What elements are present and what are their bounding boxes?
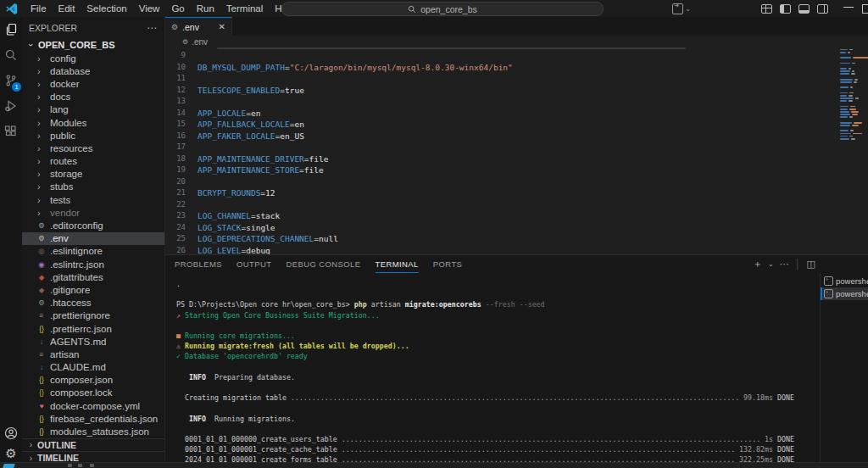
menu-run[interactable]: Run bbox=[191, 3, 220, 14]
status-item[interactable] bbox=[68, 464, 72, 467]
menu-edit[interactable]: Edit bbox=[53, 3, 81, 14]
panel-tab-debug-console[interactable]: DEBUG CONSOLE bbox=[286, 255, 360, 273]
tree-file-.eslintrc.json[interactable]: ◉.eslintrc.json bbox=[22, 258, 164, 270]
line-number: 10 bbox=[165, 62, 186, 74]
tree-file-firebase_credentials.json[interactable]: {}firebase_credentials.json bbox=[22, 412, 164, 425]
tree-file-.prettierrc.json[interactable]: {}.prettierrc.json bbox=[22, 322, 164, 335]
panel-actions: ＋ ⌄ ⋯ │ ◫ bbox=[753, 255, 815, 273]
panel-more-icon[interactable]: ⋯ bbox=[780, 259, 789, 269]
tree-folder-lang[interactable]: ›lang bbox=[22, 103, 164, 116]
editor-scroll-indicator[interactable] bbox=[217, 47, 686, 49]
file-icon-heart: ♥ bbox=[37, 402, 46, 410]
menu-view[interactable]: View bbox=[133, 3, 166, 14]
tree-file-composer.json[interactable]: {}composer.json bbox=[22, 374, 164, 387]
menu-selection[interactable]: Selection bbox=[81, 3, 132, 14]
status-item[interactable] bbox=[78, 464, 82, 467]
editor-group: ⚙ .env ✕ ⚙ .env 910DB_MYSQL_DUMP_PATH="C… bbox=[165, 17, 868, 463]
minimap[interactable] bbox=[837, 48, 867, 254]
more-actions-icon[interactable]: ⋯ bbox=[147, 22, 158, 34]
tree-item-label: modules_statuses.json bbox=[50, 426, 149, 437]
tree-file-composer.lock[interactable]: {}composer.lock bbox=[22, 387, 164, 399]
tree-folder-tests[interactable]: ›tests bbox=[22, 193, 164, 206]
menu-go[interactable]: Go bbox=[165, 3, 190, 14]
menu-terminal[interactable]: Terminal bbox=[220, 3, 269, 14]
menu-file[interactable]: File bbox=[25, 3, 53, 14]
activity-source-control-button[interactable]: 1 bbox=[0, 68, 22, 93]
account-icon[interactable] bbox=[4, 426, 18, 440]
timeline-section-header[interactable]: › TIMELINE bbox=[22, 451, 164, 463]
file-icon-gear: ⚙ bbox=[37, 298, 46, 307]
tree-folder-docker[interactable]: ›docker bbox=[22, 77, 164, 90]
terminal-list-label: powershell bbox=[836, 276, 868, 286]
file-icon-diamond: ◆ bbox=[37, 286, 46, 294]
activity-run-debug-button[interactable] bbox=[0, 93, 22, 119]
tree-folder-routes[interactable]: ›routes bbox=[22, 155, 164, 168]
toggle-secondary-sidebar-icon[interactable] bbox=[817, 4, 828, 14]
tree-file-.prettierignore[interactable]: ≡.prettierignore bbox=[22, 309, 164, 322]
toggle-sidebar-icon[interactable] bbox=[780, 4, 791, 14]
tree-item-label: firebase_credentials.json bbox=[50, 414, 158, 424]
customize-layout-icon[interactable] bbox=[761, 4, 772, 14]
tree-item-label: public bbox=[50, 131, 75, 141]
panel-tab-ports[interactable]: PORTS bbox=[433, 255, 463, 273]
panel-tab-terminal[interactable]: TERMINAL bbox=[376, 255, 419, 273]
terminal-output[interactable]: . PS D:\Projects\Open core hr\open_core_… bbox=[165, 273, 820, 463]
tree-file-AGENTS.md[interactable]: ↓AGENTS.md bbox=[22, 335, 164, 348]
tree-item-label: .prettierrc.json bbox=[50, 324, 112, 334]
new-terminal-icon[interactable]: ＋ bbox=[753, 259, 762, 269]
terminal-list-item-1[interactable]: powershell bbox=[821, 287, 868, 300]
split-terminal-icon[interactable]: ◫ bbox=[807, 259, 815, 269]
menu-bar: FileEditSelectionViewGoRunTerminalHelp bbox=[25, 0, 301, 17]
tree-root-folder[interactable]: › OPEN_CORE_BS bbox=[22, 38, 164, 52]
activity-explorer-button[interactable] bbox=[0, 17, 22, 42]
toggle-panel-icon[interactable] bbox=[798, 4, 810, 14]
tree-file-docker-compose.yml[interactable]: ♥docker-compose.yml bbox=[22, 399, 164, 412]
run-task-icon[interactable] bbox=[672, 3, 683, 14]
tab-env[interactable]: ⚙ .env ✕ bbox=[165, 17, 232, 36]
tree-folder-storage[interactable]: ›storage bbox=[22, 168, 164, 181]
tree-item-label: .htaccess bbox=[50, 298, 92, 308]
tree-folder-Modules[interactable]: ›Modules bbox=[22, 116, 164, 129]
tree-file-.gitattributes[interactable]: ◆.gitattributes bbox=[22, 270, 164, 283]
tree-folder-public[interactable]: ›public bbox=[22, 129, 164, 142]
code-line: 16APP_FAKER_LOCALE=en_US bbox=[165, 131, 834, 142]
breadcrumb[interactable]: ⚙ .env bbox=[165, 36, 868, 47]
tree-item-label: .prettierignore bbox=[50, 310, 110, 320]
activity-extensions-button[interactable] bbox=[0, 119, 22, 144]
window-restore-button[interactable] bbox=[862, 4, 868, 14]
tree-file-.htaccess[interactable]: ⚙.htaccess bbox=[22, 297, 164, 309]
activity-search-button[interactable] bbox=[0, 42, 22, 68]
migration-name: 0001_01_01_000000_create_users_table bbox=[176, 434, 342, 444]
chevron-down-icon[interactable]: ⌄ bbox=[685, 5, 691, 13]
tree-folder-config[interactable]: ›config bbox=[22, 52, 164, 64]
terminal-list-item-0[interactable]: powershell bbox=[821, 275, 868, 287]
outline-section-header[interactable]: › OUTLINE bbox=[22, 438, 164, 452]
tree-file-.gitignore[interactable]: ◆.gitignore bbox=[22, 283, 164, 296]
remote-indicator[interactable] bbox=[3, 464, 15, 468]
status-item[interactable] bbox=[90, 464, 94, 467]
panel-tab-problems[interactable]: PROBLEMS bbox=[175, 255, 222, 273]
tree-file-CLAUDE.md[interactable]: ↓CLAUDE.md bbox=[22, 361, 164, 374]
tree-file-.env[interactable]: ⚙.env bbox=[22, 232, 164, 245]
tree-folder-database[interactable]: ›database bbox=[22, 64, 164, 77]
command-center-search[interactable]: open_core_bs bbox=[281, 2, 604, 16]
terminal-line bbox=[176, 424, 794, 434]
tab-close-icon[interactable]: ✕ bbox=[219, 22, 225, 31]
tree-file-.editorconfig[interactable]: ⚙.editorconfig bbox=[22, 219, 164, 231]
editor-pane[interactable]: 910DB_MYSQL_DUMP_PATH="C:/laragon/bin/my… bbox=[165, 47, 868, 254]
tree-folder-resources[interactable]: ›resources bbox=[22, 142, 164, 154]
terminal-profile-chevron-icon[interactable]: ⌄ bbox=[768, 259, 774, 269]
panel-tab-output[interactable]: OUTPUT bbox=[236, 255, 271, 273]
tree-item-label: .gitignore bbox=[50, 285, 90, 295]
tree-folder-docs[interactable]: ›docs bbox=[22, 91, 164, 103]
tree-folder-stubs[interactable]: ›stubs bbox=[22, 181, 164, 193]
window-minimize-button[interactable]: — bbox=[843, 1, 854, 13]
migration-status: DONE bbox=[777, 444, 794, 454]
tree-file-modules_statuses.json[interactable]: {}modules_statuses.json bbox=[22, 425, 164, 437]
code-line: 17 bbox=[165, 142, 834, 153]
tree-file-.eslintignore[interactable]: ◎.eslintignore bbox=[22, 245, 164, 258]
tree-folder-vendor[interactable]: ›vendor bbox=[22, 206, 164, 219]
settings-gear-icon[interactable]: ⚙ bbox=[5, 447, 16, 460]
tree-file-artisan[interactable]: ≡artisan bbox=[22, 348, 164, 360]
code-line: 19APP_MAINTENANCE_STORE=file bbox=[165, 164, 834, 176]
